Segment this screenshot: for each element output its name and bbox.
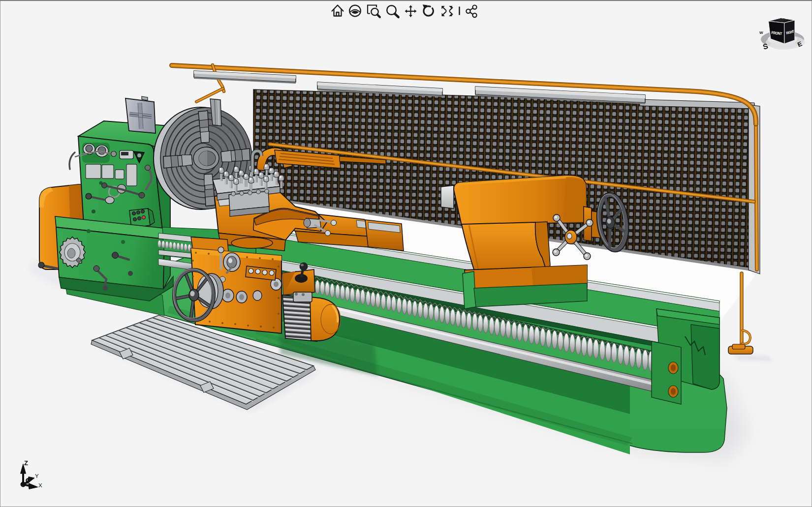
svg-text:Z: Z (24, 459, 28, 467)
svg-text:X: X (38, 482, 42, 488)
svg-text:W: W (759, 30, 763, 35)
svg-text:Y: Y (35, 473, 39, 479)
